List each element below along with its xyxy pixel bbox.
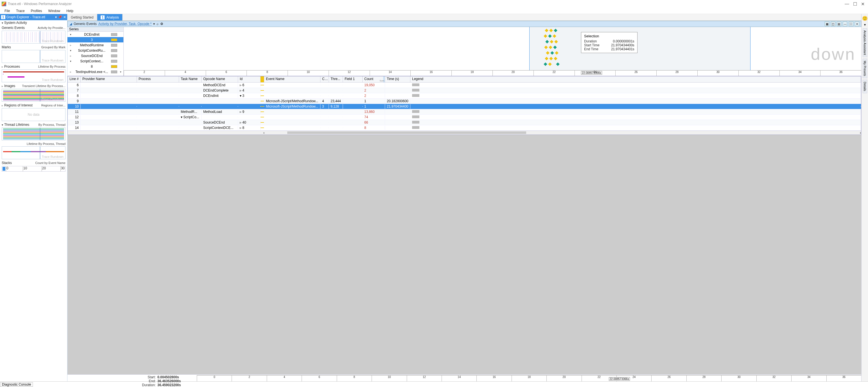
caret-right-icon[interactable]: ▹ bbox=[2, 65, 3, 68]
layout-grid-icon[interactable]: ▦ bbox=[825, 22, 829, 26]
thumb-sub[interactable]: Lifetime By Process bbox=[38, 65, 65, 68]
thumb-generic-events[interactable]: Trace Rundown bbox=[2, 31, 65, 43]
thumb-images[interactable]: Trace Rundown bbox=[2, 89, 65, 102]
thumb-title[interactable]: Stacks bbox=[2, 161, 12, 165]
layout-rows-icon[interactable]: ▤ bbox=[837, 22, 841, 26]
minimize-button[interactable]: — bbox=[845, 1, 849, 7]
close-button[interactable]: ✕ bbox=[861, 1, 865, 7]
preset-dropdown[interactable]: Activity by Provider, Task, Opcode * bbox=[98, 22, 152, 26]
col-field1[interactable]: Field 1 bbox=[343, 76, 363, 82]
series-row[interactable]: ▾ ScriptContextRu... bbox=[67, 48, 123, 53]
col-task[interactable]: Task Name bbox=[179, 76, 202, 82]
tab-getting-started[interactable]: Getting Started bbox=[67, 14, 97, 21]
stacks-ruler[interactable]: 0 10 20 30 bbox=[2, 166, 65, 172]
bottom-ruler[interactable]: 22.008573366s 02468101214161820222426283… bbox=[197, 375, 861, 381]
expand-icon[interactable]: ▾ bbox=[69, 49, 72, 52]
col-legend[interactable]: Legend bbox=[410, 76, 861, 82]
thumb-sub[interactable]: Transient Lifetime By Process... bbox=[22, 84, 65, 87]
timeline[interactable]: down Selection Duration0.000000001s Star… bbox=[124, 27, 861, 76]
thumb-sub[interactable]: Count by Event Name bbox=[35, 161, 65, 165]
thumb-sub[interactable]: Grouped By Mark bbox=[41, 45, 65, 49]
table-hscroll[interactable]: ‹› bbox=[68, 131, 861, 135]
section-system-activity[interactable]: ▾ System Activity bbox=[0, 20, 67, 25]
diagnostic-console-button[interactable]: Diagnostic Console bbox=[0, 382, 33, 387]
menu-file[interactable]: File bbox=[2, 8, 13, 13]
feedback-icon[interactable]: 🙂 bbox=[862, 16, 868, 21]
expand-icon[interactable]: ▾ bbox=[69, 33, 72, 36]
series-row[interactable]: ▹ TextInputHost.exe <... ▾ bbox=[67, 69, 123, 74]
caret-down-icon[interactable]: ▾ bbox=[2, 123, 3, 127]
rail-tab-details[interactable]: Details bbox=[863, 80, 867, 93]
expand-icon[interactable]: ▹ bbox=[69, 44, 72, 47]
table-row[interactable]: 10 Microsoft-JScript/MethodRundow... 3 9… bbox=[68, 104, 861, 109]
col-id[interactable]: Id bbox=[238, 76, 260, 82]
expand-icon[interactable]: ▹ bbox=[69, 70, 72, 73]
rail-expand-icon[interactable]: ▾ bbox=[864, 23, 866, 27]
rail-tab-assistant[interactable]: Analysis Assistant bbox=[863, 28, 867, 57]
thumb-title[interactable]: Generic Events bbox=[2, 26, 25, 30]
col-process[interactable]: Process bbox=[137, 76, 179, 82]
thumb-sub[interactable]: Regions of Inter... bbox=[41, 104, 65, 107]
thumb-title[interactable]: Processes bbox=[4, 65, 20, 69]
caret-right-icon[interactable]: ▹ bbox=[2, 84, 3, 87]
col-time[interactable]: Time (s) bbox=[385, 76, 410, 82]
table-row[interactable]: 12 ▾ ScriptCo... 74 bbox=[68, 114, 861, 120]
search-icon[interactable]: ⌕ bbox=[157, 22, 158, 26]
series-row[interactable]: ▾ ScriptContext... bbox=[67, 59, 123, 64]
menu-help[interactable]: Help bbox=[64, 8, 76, 13]
table-row[interactable]: 14 ScriptContextDCE... ▹ 8 8 bbox=[68, 125, 861, 131]
thumb-title[interactable]: Marks bbox=[2, 45, 11, 49]
thumb-regions[interactable]: No data bbox=[2, 108, 65, 121]
thumb-thread-lifetimes[interactable] bbox=[2, 128, 65, 140]
series-row[interactable]: 3 bbox=[67, 37, 123, 42]
collapse-icon[interactable]: ◢ bbox=[69, 22, 72, 26]
table-row[interactable]: 8 DCEndInit ▾ 3 2 bbox=[68, 93, 861, 99]
view-max-icon[interactable]: ☐ bbox=[849, 22, 854, 26]
thumb-sub[interactable]: By Process, Thread bbox=[38, 123, 65, 127]
thumb-thread-lifetimes-2[interactable]: Trace Rundown bbox=[2, 146, 65, 159]
timeline-ruler[interactable]: 22.008573366s 24681012141618202224262830… bbox=[124, 70, 861, 76]
menu-profiles[interactable]: Profiles bbox=[28, 8, 45, 13]
tab-analysis[interactable]: 1Analysis bbox=[97, 14, 123, 21]
view-close-icon[interactable]: ✕ bbox=[855, 22, 859, 26]
thumb-processes[interactable]: Trace Rundown bbox=[2, 69, 65, 82]
expand-icon[interactable]: ▹ bbox=[69, 55, 72, 57]
table-row[interactable]: 13 SourceDCEnd ▹ 40 66 bbox=[68, 120, 861, 125]
table-row[interactable]: 6 MethodDCEnd ▹ 6 19,050 bbox=[68, 82, 861, 88]
series-row[interactable]: ▹ MethodRuntime bbox=[67, 42, 123, 48]
timeline-selection[interactable] bbox=[529, 27, 750, 70]
caret-right-icon[interactable]: ▹ bbox=[2, 104, 3, 107]
selection-marker[interactable] bbox=[3, 167, 5, 171]
col-thread[interactable]: Thre... bbox=[329, 76, 343, 82]
menu-trace[interactable]: Trace bbox=[13, 8, 27, 13]
col-provider[interactable]: Provider Name bbox=[81, 76, 137, 82]
table-row[interactable]: 11 MethodR... MethodLoad ▹ 9 13,860 bbox=[68, 109, 861, 114]
series-row[interactable]: ▾ DCEndInit bbox=[67, 32, 123, 37]
table-row[interactable]: 7 DCEndComplete ▹ 4 2 bbox=[68, 88, 861, 93]
table-row[interactable]: 9 Microsoft-JScript/MethodRundow... 4 23… bbox=[68, 99, 861, 104]
thumb-marks[interactable]: Trace Rundown bbox=[2, 50, 65, 63]
thumb-title[interactable]: Thread Lifetimes bbox=[4, 123, 29, 127]
maximize-button[interactable]: ☐ bbox=[853, 1, 857, 7]
gear-icon[interactable]: ⚙ bbox=[160, 22, 163, 26]
col-event[interactable]: Event Name bbox=[264, 76, 320, 82]
rail-tab-presets[interactable]: My Presets bbox=[863, 59, 867, 78]
thumb-title[interactable]: Images bbox=[4, 84, 15, 88]
expand-icon[interactable]: ▾ bbox=[69, 60, 72, 63]
col-line[interactable]: Line # bbox=[68, 76, 81, 82]
series-row[interactable]: 8 bbox=[67, 64, 123, 69]
view-min-icon[interactable]: — bbox=[843, 22, 847, 26]
col-cpu[interactable]: C... bbox=[320, 76, 329, 82]
pin-icon[interactable]: 📌 bbox=[58, 15, 62, 19]
thumb-sub[interactable]: Activity by Provide... bbox=[38, 26, 65, 30]
col-count[interactable]: Count bbox=[363, 76, 385, 82]
chevron-down-icon[interactable]: ▾ bbox=[119, 70, 122, 73]
chevron-down-icon[interactable]: ▾ bbox=[55, 15, 57, 19]
thumb-title[interactable]: Regions of Interest bbox=[4, 103, 33, 107]
layout-split-icon[interactable]: ◫ bbox=[831, 22, 835, 26]
series-row[interactable]: ▹ SourceDCEnd bbox=[67, 53, 123, 59]
thumb-sub[interactable]: Lifetime By Process, Thread bbox=[27, 142, 65, 145]
col-opcode[interactable]: Opcode Name bbox=[202, 76, 238, 82]
dropdown-icon[interactable]: ▾ bbox=[153, 22, 155, 26]
menu-window[interactable]: Window bbox=[45, 8, 63, 13]
